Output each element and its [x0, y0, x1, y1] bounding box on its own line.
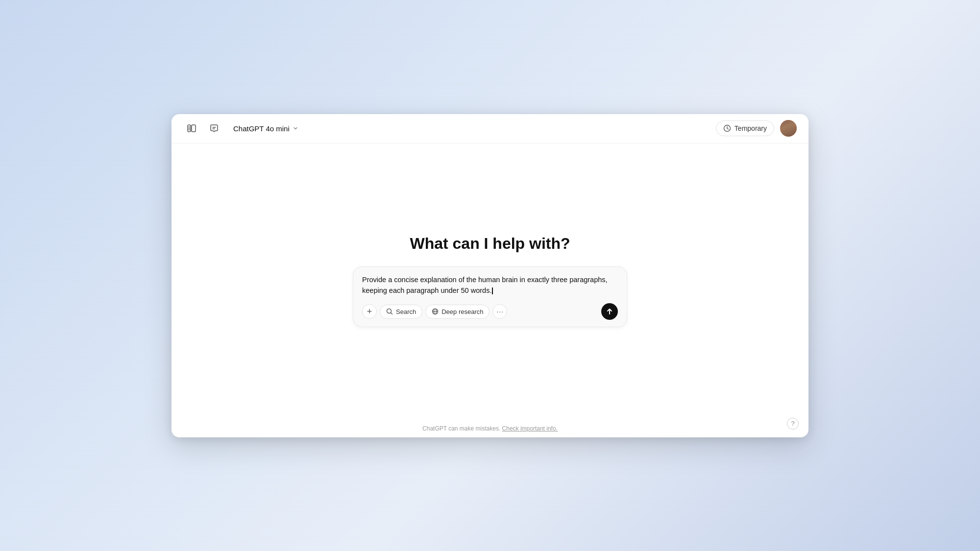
model-selector-button[interactable]: ChatGPT 4o mini [228, 121, 303, 136]
hero-title: What can I help with? [410, 235, 570, 253]
header: ChatGPT 4o mini Temporary [172, 114, 808, 144]
search-label: Search [396, 308, 416, 315]
more-icon: ··· [496, 308, 504, 315]
input-value: Provide a concise explanation of the hum… [362, 276, 608, 294]
user-avatar[interactable] [780, 120, 797, 137]
sidebar-toggle-button[interactable] [183, 120, 200, 137]
search-button[interactable]: Search [380, 305, 422, 319]
chevron-down-icon [293, 125, 298, 131]
help-button[interactable]: ? [787, 418, 799, 430]
header-right: Temporary [716, 120, 797, 137]
add-attachment-button[interactable]: + [362, 304, 377, 319]
deep-research-icon [432, 308, 439, 315]
text-cursor [492, 287, 493, 294]
model-name-label: ChatGPT 4o mini [233, 124, 290, 133]
footer: ChatGPT can make mistakes. Check importa… [172, 419, 808, 437]
app-window: ChatGPT 4o mini Temporary [172, 114, 808, 437]
svg-line-9 [391, 313, 392, 314]
temporary-button[interactable]: Temporary [716, 120, 774, 136]
deep-research-label: Deep research [441, 308, 483, 315]
footer-disclaimer: ChatGPT can make mistakes. Check importa… [422, 425, 558, 432]
temporary-label: Temporary [735, 124, 767, 132]
main-content: What can I help with? Provide a concise … [172, 144, 808, 419]
important-info-link[interactable]: Check important info. [502, 425, 558, 432]
input-container: Provide a concise explanation of the hum… [353, 266, 627, 327]
deep-research-button[interactable]: Deep research [425, 305, 490, 319]
avatar-image [780, 120, 797, 137]
new-chat-button[interactable] [206, 120, 222, 137]
send-button[interactable] [601, 303, 618, 320]
temporary-icon [723, 124, 731, 132]
svg-rect-1 [192, 125, 196, 132]
search-icon [386, 308, 393, 315]
disclaimer-text: ChatGPT can make mistakes. [422, 425, 502, 432]
more-options-button[interactable]: ··· [492, 304, 507, 319]
header-left: ChatGPT 4o mini [183, 120, 303, 137]
input-text-area[interactable]: Provide a concise explanation of the hum… [362, 275, 618, 296]
input-toolbar: + Search [362, 303, 618, 320]
